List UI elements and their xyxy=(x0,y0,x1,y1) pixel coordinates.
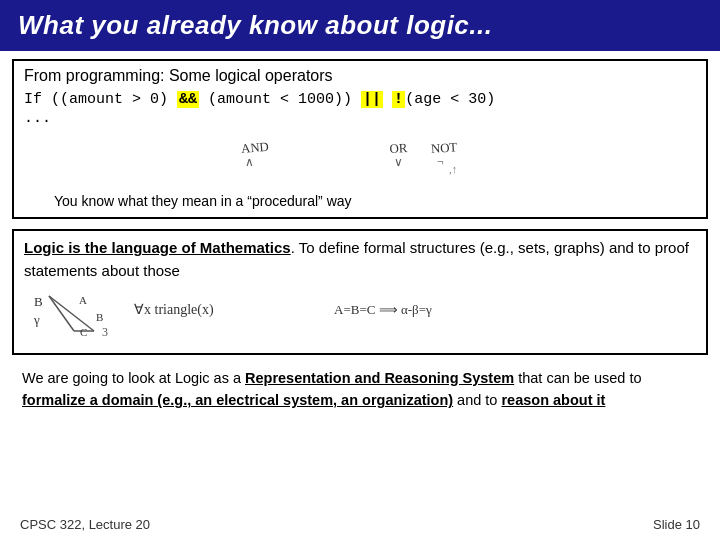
svg-text:∀x  triangle(x): ∀x triangle(x) xyxy=(134,302,214,318)
svg-text:∧: ∧ xyxy=(245,155,254,169)
code-ellipsis: ... xyxy=(24,110,696,127)
section3-bold1: Representation and Reasoning System xyxy=(245,370,514,386)
svg-text:A=B=C ⟹ α-β=γ: A=B=C ⟹ α-β=γ xyxy=(334,302,432,317)
section-logic-math: Logic is the language of Mathematics. To… xyxy=(12,229,708,355)
code-op-and: && xyxy=(177,91,199,108)
section2-bold-underline: Logic is the language of Mathematics xyxy=(24,239,291,256)
code-if: If ((amount > 0) xyxy=(24,91,177,108)
svg-text:C: C xyxy=(80,326,87,338)
code-op-not: ! xyxy=(392,91,405,108)
section3-bold2: formalize a domain (e.g., an electrical … xyxy=(22,392,453,408)
svg-text:,↑: ,↑ xyxy=(449,163,457,175)
hw-svg: AND ∧ OR ∨ NOT ¬ ,↑ xyxy=(24,131,696,191)
svg-text:γ: γ xyxy=(33,312,40,327)
math-handwritten-area: B γ A B C 3 ∀x triangle(x) A=B=C ⟹ α-β=γ xyxy=(24,286,696,341)
svg-text:A: A xyxy=(79,294,87,306)
code-line: If ((amount > 0) && (amount < 1000)) || … xyxy=(24,91,696,108)
svg-text:AND: AND xyxy=(240,140,269,156)
svg-text:B: B xyxy=(34,294,43,309)
procedural-note: You know what they mean in a “procedural… xyxy=(24,193,696,209)
section1-title: From programming: Some logical operators xyxy=(24,67,696,85)
slide: What you already know about logic... Fro… xyxy=(0,0,720,540)
section-programming: From programming: Some logical operators… xyxy=(12,59,708,219)
code-end: (age < 30) xyxy=(405,91,495,108)
math-hw-svg: B γ A B C 3 ∀x triangle(x) A=B=C ⟹ α-β=γ xyxy=(24,286,704,341)
svg-text:NOT: NOT xyxy=(430,140,457,156)
footer-slide: Slide 10 xyxy=(653,517,700,532)
code-mid: (amount < 1000)) xyxy=(199,91,361,108)
svg-text:¬: ¬ xyxy=(437,155,444,169)
section3-bold3: reason about it xyxy=(501,392,605,408)
section2-text: Logic is the language of Mathematics. To… xyxy=(24,237,696,282)
title-text: What you already know about logic... xyxy=(18,10,493,40)
handwritten-annotations: AND ∧ OR ∨ NOT ¬ ,↑ xyxy=(24,131,696,191)
slide-footer: CPSC 322, Lecture 20 Slide 10 xyxy=(0,517,720,532)
section3-mid: that can be used to xyxy=(514,370,641,386)
section-representation: We are going to look at Logic as a Repre… xyxy=(12,365,708,414)
section3-end1: and to xyxy=(453,392,501,408)
code-op-or: || xyxy=(361,91,383,108)
svg-text:∨: ∨ xyxy=(394,155,403,169)
svg-text:B: B xyxy=(96,311,103,323)
section3-intro: We are going to look at Logic as a xyxy=(22,370,245,386)
slide-title: What you already know about logic... xyxy=(0,0,720,51)
svg-text:3: 3 xyxy=(102,325,108,339)
footer-course: CPSC 322, Lecture 20 xyxy=(20,517,150,532)
svg-line-9 xyxy=(49,296,74,331)
svg-text:OR: OR xyxy=(389,141,408,156)
